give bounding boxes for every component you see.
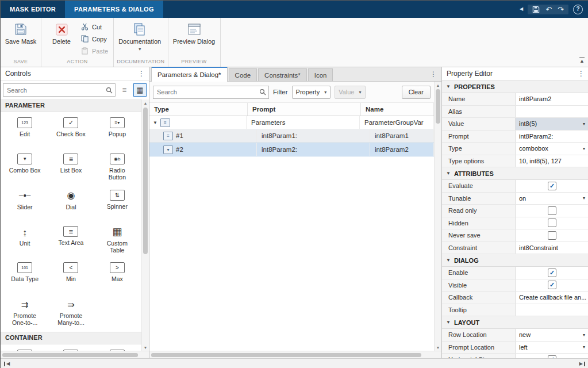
property-section-attributes[interactable]: ▼ATTRIBUTES: [442, 167, 588, 180]
save-icon[interactable]: [532, 6, 540, 13]
checkbox-unchecked-icon[interactable]: [548, 218, 556, 227]
table-scrollbar-thumb[interactable]: [436, 89, 440, 124]
expand-caret-icon[interactable]: ▼: [153, 120, 157, 125]
checkbox-unchecked-icon[interactable]: [548, 231, 556, 240]
property-value-row-location[interactable]: new▾: [516, 329, 588, 341]
property-value-callback[interactable]: Create callback file an...: [516, 292, 588, 304]
control-item-radio-button[interactable]: ◉bRadio Button: [94, 150, 140, 186]
table-row[interactable]: ▾#2int8Param2:int8Param2: [149, 143, 434, 156]
column-header-name[interactable]: Name: [361, 103, 434, 116]
scroll-up-icon[interactable]: ▲: [144, 99, 148, 106]
control-item-slider[interactable]: ─●─Slider: [2, 186, 48, 222]
checkbox-checked-icon[interactable]: [548, 281, 556, 289]
property-section-layout[interactable]: ▼LAYOUT: [442, 316, 588, 329]
dropdown-caret-icon[interactable]: ▾: [583, 121, 585, 126]
documentation-button[interactable]: Documentation ▾: [117, 20, 163, 53]
control-item-text-area[interactable]: ≣Text Area: [48, 222, 94, 258]
redo-icon[interactable]: ↷: [558, 6, 564, 13]
filter-property-dropdown[interactable]: Property ▾: [292, 86, 331, 99]
controls-search-input[interactable]: [6, 86, 106, 94]
controls-vertical-scrollbar[interactable]: ▲ ▼: [141, 99, 149, 351]
collapse-left-panel-icon[interactable]: ◀: [4, 362, 10, 366]
table-vertical-scrollbar[interactable]: ▲ ▼: [434, 82, 441, 351]
control-item-popup[interactable]: ≡▾Popup: [94, 113, 140, 150]
control-item-unit[interactable]: ↨Unit: [2, 222, 48, 258]
clear-button[interactable]: Clear: [402, 86, 431, 99]
control-item-spinner[interactable]: ⇅Spinner: [94, 186, 140, 222]
dropdown-caret-icon[interactable]: ▾: [583, 146, 585, 151]
property-value-hidden[interactable]: [516, 217, 588, 229]
scroll-down-icon[interactable]: ▼: [144, 344, 148, 351]
dropdown-caret-icon[interactable]: ▾: [583, 332, 585, 338]
property-value-horizontal-stre[interactable]: [516, 354, 588, 358]
save-mask-button[interactable]: Save Mask: [3, 20, 38, 45]
tab-parameters-and-dialog[interactable]: PARAMETERS & DIALOG: [65, 1, 163, 18]
tab-parameters-dialog[interactable]: Parameters & Dialog*: [151, 67, 228, 82]
controls-horizontal-scrollbar[interactable]: [1, 351, 149, 358]
property-editor-menu-icon[interactable]: ⋮: [578, 70, 585, 77]
preview-dialog-button[interactable]: Preview Dialog: [171, 20, 217, 45]
control-item-tab[interactable]: [48, 346, 94, 351]
table-search-input[interactable]: [156, 88, 259, 96]
checkbox-checked-icon[interactable]: [548, 269, 556, 277]
editor-menu-icon[interactable]: ⋮: [430, 71, 437, 78]
property-value-name[interactable]: int8Param2: [516, 93, 588, 105]
tab-code[interactable]: Code: [229, 68, 258, 81]
control-item-dial[interactable]: ◉Dial: [48, 186, 94, 222]
controls-hscrollbar-thumb[interactable]: [2, 353, 138, 357]
property-value-prompt[interactable]: int8Param2:: [516, 131, 588, 143]
grid-view-button[interactable]: ▦: [133, 83, 147, 97]
scroll-up-icon[interactable]: ▲: [436, 82, 440, 89]
dropdown-caret-icon[interactable]: ▾: [583, 344, 585, 350]
copy-button[interactable]: Copy: [79, 34, 110, 44]
control-item-combo-box[interactable]: ▾Combo Box: [2, 150, 48, 186]
control-item-max[interactable]: >Max: [94, 258, 140, 294]
property-value-value[interactable]: int8(5)▾: [516, 118, 588, 130]
property-value-never-save[interactable]: [516, 229, 588, 241]
property-value-read-only[interactable]: [516, 205, 588, 217]
control-item-group-box[interactable]: [2, 346, 48, 351]
checkbox-checked-icon[interactable]: [548, 182, 556, 190]
property-value-prompt-location[interactable]: left▾: [516, 342, 588, 354]
delete-button[interactable]: Delete: [44, 20, 79, 45]
property-value-tooltip[interactable]: [516, 304, 588, 316]
collapse-right-panel-icon[interactable]: ▶: [579, 362, 585, 366]
control-item-check-box[interactable]: ✓Check Box: [48, 113, 94, 150]
table-row[interactable]: ▼≡ParametersParameterGroupVar: [149, 116, 434, 129]
property-value-alias[interactable]: [516, 106, 588, 118]
control-item-table-container[interactable]: [94, 346, 140, 351]
list-view-button[interactable]: ≡: [118, 83, 131, 97]
dropdown-caret-icon[interactable]: ▾: [583, 195, 585, 201]
collapse-toolbar-icon[interactable]: ◀: [520, 7, 523, 12]
tab-mask-editor[interactable]: MASK EDITOR: [1, 1, 65, 18]
checkbox-unchecked-icon[interactable]: [548, 206, 556, 215]
column-header-prompt[interactable]: Prompt: [248, 103, 361, 116]
scroll-down-icon[interactable]: ▼: [436, 344, 440, 351]
property-value-type[interactable]: combobox▾: [516, 143, 588, 155]
help-icon[interactable]: ?: [573, 5, 583, 14]
paste-button[interactable]: Paste: [79, 47, 110, 56]
property-section-dialog[interactable]: ▼DIALOG: [442, 254, 588, 267]
control-item-min[interactable]: <Min: [48, 258, 94, 294]
container-section-header[interactable]: CONTAINER: [1, 332, 141, 344]
property-value-type-options[interactable]: 10, int8(5), 127: [516, 155, 588, 167]
column-header-type[interactable]: Type: [149, 103, 248, 116]
property-section-properties[interactable]: ▼PROPERTIES: [442, 80, 588, 93]
control-item-promote-one-to[interactable]: ⇉Promote One-to-...: [2, 294, 48, 331]
parameter-section-header[interactable]: PARAMETER: [1, 99, 141, 112]
tab-constraints[interactable]: Constraints*: [258, 68, 307, 81]
table-horizontal-scrollbar[interactable]: [149, 351, 441, 358]
property-value-evaluate[interactable]: [516, 180, 588, 192]
controls-menu-icon[interactable]: ⋮: [138, 70, 145, 77]
control-item-list-box[interactable]: ≡List Box: [48, 150, 94, 186]
filter-value-dropdown[interactable]: Value ▾: [335, 86, 365, 99]
property-value-tunable[interactable]: on▾: [516, 193, 588, 205]
controls-scrollbar-thumb[interactable]: [143, 108, 148, 254]
control-item-data-type[interactable]: 101Data Type: [2, 258, 48, 294]
checkbox-checked-icon[interactable]: [548, 355, 556, 358]
control-item-promote-many-to[interactable]: ⇛Promote Many-to...: [48, 294, 94, 331]
property-value-constraint[interactable]: int8Constraint: [516, 242, 588, 254]
table-row[interactable]: ≡#1int8Param1:int8Param1: [149, 129, 434, 143]
control-item-custom-table[interactable]: ▦Custom Table: [94, 222, 140, 258]
control-item-edit[interactable]: 123Edit: [2, 113, 48, 150]
